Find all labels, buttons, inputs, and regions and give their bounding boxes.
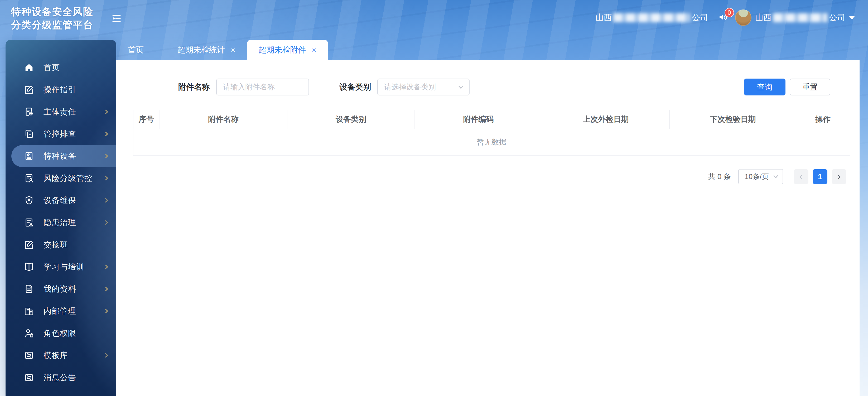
close-icon[interactable]: ×: [231, 46, 236, 54]
chevron-right-icon: [104, 175, 110, 181]
redacted-company-text: [613, 13, 690, 22]
copy-docs-icon: [24, 129, 34, 139]
sidebar-item-special-equipment[interactable]: 特种设备: [11, 145, 116, 167]
document-person-icon: [24, 173, 34, 183]
chevron-right-icon: [104, 353, 110, 358]
notification-badge: 0: [724, 8, 734, 18]
chevron-right-icon: [104, 153, 110, 159]
prev-page-button[interactable]: ‹: [794, 169, 808, 184]
sidebar-item-risk-grading-control[interactable]: 风险分级管控: [5, 167, 116, 189]
shield-gear-icon: [24, 195, 34, 206]
chevron-down-icon: [458, 84, 464, 90]
file-text-icon: [24, 284, 34, 294]
attachment-name-label: 附件名称: [178, 82, 210, 93]
notification-button[interactable]: 0: [718, 11, 730, 24]
page-size-select[interactable]: 10条/页: [738, 169, 783, 184]
user-name-suffix: 公司: [829, 12, 845, 23]
sidebar-item-label: 管控排查: [43, 129, 76, 140]
chevron-right-icon: [104, 109, 110, 115]
open-book-icon: [24, 262, 34, 272]
sidebar-item-label: 角色权限: [43, 328, 76, 339]
search-button[interactable]: 查询: [744, 79, 785, 95]
user-name-prefix: 山西: [755, 12, 772, 23]
device-type-label: 设备类别: [339, 82, 371, 93]
home-icon: [24, 62, 34, 73]
sidebar-item-label: 首页: [43, 62, 60, 73]
chevron-right-icon: [104, 286, 110, 292]
sidebar-item-hazard-treatment[interactable]: 隐患治理: [5, 211, 116, 234]
attachment-name-input[interactable]: [216, 79, 309, 95]
device-type-placeholder: 请选择设备类别: [384, 82, 436, 92]
sidebar-item-control-inspection[interactable]: 管控排查: [5, 123, 116, 145]
sidebar-item-entity-responsibility[interactable]: 主体责任: [5, 101, 116, 123]
caret-down-icon: [849, 16, 855, 20]
user-menu[interactable]: 山西 公司: [735, 9, 855, 26]
building-icon: [24, 306, 34, 316]
chevron-down-icon: [773, 174, 779, 180]
tab-home[interactable]: 首页: [116, 40, 155, 60]
pagination-total: 共 0 条: [708, 172, 731, 182]
sidebar-item-label: 模板库: [43, 350, 68, 361]
close-icon[interactable]: ×: [312, 46, 317, 54]
tab-overdue-statistics[interactable]: 超期未检统计 ×: [166, 40, 247, 60]
reset-button[interactable]: 重置: [790, 79, 830, 95]
user-avatar: [735, 9, 751, 26]
app-title-line1: 特种设备安全风险: [11, 5, 93, 19]
sliders-card-icon: [24, 372, 34, 383]
attachments-table: 序号 附件名称 设备类别 附件编码 上次外检日期 下次检验日期 操作 暂无数据: [133, 110, 850, 156]
column-header-attachment-code: 附件编码: [415, 110, 542, 129]
sidebar-item-label: 特种设备: [43, 151, 76, 162]
document-seal-icon: [24, 106, 34, 117]
sliders-card-icon: [24, 350, 34, 361]
sidebar-item-learning-training[interactable]: 学习与培训: [5, 256, 116, 278]
pagination: 共 0 条 10条/页 ‹ 1 ›: [708, 169, 846, 184]
device-type-filter: 设备类别 请选择设备类别: [339, 79, 470, 95]
tab-label: 超期未检附件: [259, 44, 306, 55]
sidebar-item-label: 设备维保: [43, 195, 76, 206]
redacted-user-text: [773, 13, 827, 22]
company-name-prefix: 山西: [595, 12, 612, 23]
sidebar-item-label: 主体责任: [43, 106, 76, 117]
device-type-select[interactable]: 请选择设备类别: [377, 79, 470, 95]
sidebar-item-home[interactable]: 首页: [5, 56, 116, 79]
tab-label: 首页: [128, 44, 144, 55]
sidebar-item-shift-handover[interactable]: 交接班: [5, 234, 116, 256]
sidebar-item-equipment-maintenance[interactable]: 设备维保: [5, 189, 116, 211]
sidebar-item-announcements[interactable]: 消息公告: [5, 366, 116, 389]
header-right-cluster: 山西 公司 0 山西 公司: [595, 9, 855, 26]
chevron-right-icon: [104, 197, 110, 203]
app-logo: 特种设备安全风险 分类分级监管平台: [11, 5, 93, 32]
sidebar-item-label: 隐患治理: [43, 217, 76, 228]
sidebar-item-label: 学习与培训: [43, 262, 84, 272]
sidebar-item-role-permissions[interactable]: 角色权限: [5, 322, 116, 344]
column-header-actions: 操作: [796, 110, 850, 129]
edit-icon: [24, 239, 34, 250]
sidebar: 首页 操作指引 主体责任 管控排查: [5, 40, 116, 396]
sidebar-item-internal-management[interactable]: 内部管理: [5, 300, 116, 322]
chevron-right-icon: [104, 220, 110, 225]
current-page-button[interactable]: 1: [813, 169, 827, 184]
sidebar-collapse-icon[interactable]: [111, 13, 123, 25]
sidebar-item-my-documents[interactable]: 我的资料: [5, 278, 116, 300]
person-lock-icon: [24, 328, 34, 338]
next-page-button[interactable]: ›: [832, 169, 846, 184]
column-header-attachment-name: 附件名称: [160, 110, 288, 129]
chevron-right-icon: [104, 308, 110, 314]
sidebar-item-label: 消息公告: [43, 372, 76, 383]
chevron-right-icon: [104, 131, 110, 137]
main-content-panel: 附件名称 设备类别 请选择设备类别 查询 重置 序号 附件名称 设备类别 附件编…: [116, 60, 860, 396]
document-gear-icon: [24, 151, 34, 161]
sidebar-item-label: 内部管理: [43, 306, 76, 317]
sidebar-item-template-library[interactable]: 模板库: [5, 344, 116, 366]
column-header-next-inspection-date: 下次检验日期: [670, 110, 796, 129]
table-empty-state: 暂无数据: [133, 129, 850, 156]
page-size-value: 10条/页: [745, 172, 769, 181]
sidebar-item-label: 操作指引: [43, 84, 76, 95]
chevron-right-icon: [104, 264, 110, 270]
column-header-device-type: 设备类别: [287, 110, 415, 129]
app-title-line2: 分类分级监管平台: [11, 19, 93, 32]
sidebar-item-operation-guide[interactable]: 操作指引: [5, 79, 116, 101]
tab-overdue-attachments[interactable]: 超期未检附件 ×: [247, 40, 328, 60]
attachment-name-filter: 附件名称: [178, 79, 309, 95]
open-page-tabs: 首页 超期未检统计 × 超期未检附件 ×: [116, 40, 328, 60]
